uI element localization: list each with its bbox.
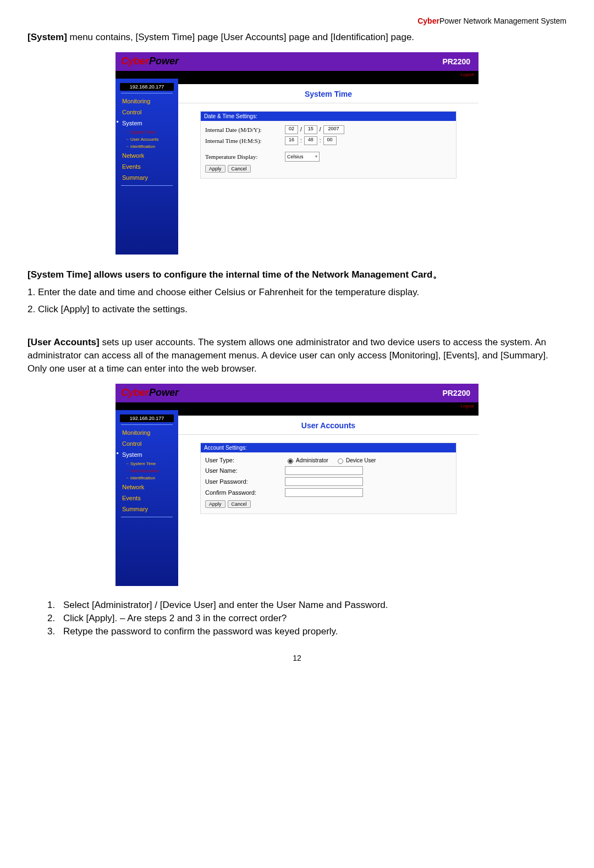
subnav-system-time[interactable]: System Time	[116, 460, 178, 467]
subnav-identification[interactable]: Identification	[116, 474, 178, 482]
label-date: Internal Date (M/D/Y):	[205, 126, 285, 133]
password-input[interactable]	[285, 477, 363, 486]
divider	[121, 517, 173, 517]
section-user-accounts-desc: [User Accounts] sets up user accounts. T…	[28, 336, 566, 375]
nav-monitoring[interactable]: Monitoring	[116, 427, 178, 438]
steps-list: Select [Administrator] / [Device User] a…	[28, 600, 566, 637]
step-line: 1. Enter the date and time and choose ei…	[28, 286, 566, 299]
logo: CyberPower	[116, 387, 187, 399]
screenshot-user-accounts: CyberPower PR2200 Logout 192.168.20.177 …	[116, 384, 479, 586]
date-month-input[interactable]: 02	[285, 125, 298, 134]
label-user-name: User Name:	[205, 467, 285, 474]
time-hour-input[interactable]: 16	[285, 136, 298, 145]
time-min-input[interactable]: 48	[304, 136, 317, 145]
list-item: Click [Apply]. – Are steps 2 and 3 in th…	[58, 613, 566, 624]
radio-administrator[interactable]	[288, 458, 293, 464]
subnav-user-accounts[interactable]: User Accounts	[116, 467, 178, 474]
content-area: User Accounts Account Settings: User Typ…	[178, 410, 479, 586]
label-user-type: User Type:	[205, 457, 285, 463]
nav-control[interactable]: Control	[116, 107, 178, 118]
logout-link[interactable]: Logout	[461, 72, 474, 77]
page-title: User Accounts	[178, 416, 479, 435]
account-panel: Account Settings: User Type: Administrat…	[200, 443, 457, 514]
nav-summary[interactable]: Summary	[116, 172, 178, 183]
subnav-user-accounts[interactable]: User Accounts	[116, 136, 178, 143]
date-day-input[interactable]: 15	[304, 125, 317, 134]
sidebar: 192.168.20.177 Monitoring Control System…	[116, 79, 178, 255]
label-password: User Password:	[205, 478, 285, 485]
divider	[121, 424, 173, 425]
tabbar	[178, 410, 479, 416]
model-label: PR2200	[187, 57, 479, 66]
step-line: 2. Click [Apply] to activate the setting…	[28, 303, 566, 316]
logout-bar: Logout	[116, 402, 479, 410]
apply-button[interactable]: Apply	[205, 165, 226, 173]
logout-bar: Logout	[116, 71, 479, 79]
nav-summary[interactable]: Summary	[116, 504, 178, 515]
list-item: Retype the password to confirm the passw…	[58, 626, 566, 637]
content-area: System Time Date & Time Settings: Intern…	[178, 79, 479, 255]
topbar: CyberPower PR2200	[116, 384, 479, 402]
section-system-time-desc: [System Time] allows users to configure …	[28, 268, 566, 281]
label-time: Internal Time (H:M:S):	[205, 137, 285, 144]
ip-address: 192.168.20.177	[120, 83, 174, 91]
page-number: 12	[28, 654, 566, 662]
doc-header: CyberPower Network Management System	[28, 16, 566, 25]
temp-dropdown[interactable]: Celsius ▾	[285, 152, 320, 162]
nav-events[interactable]: Events	[116, 161, 178, 172]
label-confirm-password: Confirm Password:	[205, 489, 285, 496]
screenshot-system-time: CyberPower PR2200 Logout 192.168.20.177 …	[116, 52, 479, 255]
settings-panel: Date & Time Settings: Internal Date (M/D…	[200, 111, 457, 179]
topbar: CyberPower PR2200	[116, 52, 479, 71]
cancel-button[interactable]: Cancel	[228, 165, 251, 173]
logo: CyberPower	[116, 56, 187, 67]
intro-paragraph: [System] menu contains, [System Time] pa…	[28, 31, 566, 44]
cancel-button[interactable]: Cancel	[228, 500, 251, 508]
label-temp: Temperature Display:	[205, 153, 285, 160]
brand-rest: Power Network Management System	[439, 16, 566, 25]
nav-events[interactable]: Events	[116, 493, 178, 504]
subnav-identification[interactable]: Identification	[116, 143, 178, 150]
nav-network[interactable]: Network	[116, 150, 178, 161]
divider	[121, 93, 173, 93]
panel-heading: Date & Time Settings:	[201, 112, 456, 121]
date-year-input[interactable]: 2007	[323, 125, 344, 134]
list-item: Select [Administrator] / [Device User] a…	[58, 600, 566, 611]
logout-link[interactable]: Logout	[461, 403, 474, 408]
tabbar	[178, 79, 479, 84]
time-sec-input[interactable]: 00	[323, 136, 337, 145]
user-name-input[interactable]	[285, 466, 363, 475]
apply-button[interactable]: Apply	[205, 500, 226, 508]
nav-system[interactable]: System	[116, 449, 178, 460]
page-title: System Time	[178, 84, 479, 103]
brand-red: Cyber	[417, 16, 439, 25]
nav-monitoring[interactable]: Monitoring	[116, 96, 178, 107]
confirm-password-input[interactable]	[285, 488, 363, 497]
chevron-down-icon: ▾	[315, 154, 317, 159]
nav-control[interactable]: Control	[116, 438, 178, 449]
sidebar: 192.168.20.177 Monitoring Control System…	[116, 410, 178, 586]
ip-address: 192.168.20.177	[120, 414, 174, 422]
subnav-system-time[interactable]: System Time	[116, 129, 178, 136]
radio-device-user[interactable]	[338, 458, 343, 464]
model-label: PR2200	[187, 389, 479, 397]
nav-system[interactable]: System	[116, 118, 178, 129]
panel-heading: Account Settings:	[201, 443, 456, 452]
divider	[121, 185, 173, 186]
nav-network[interactable]: Network	[116, 482, 178, 493]
